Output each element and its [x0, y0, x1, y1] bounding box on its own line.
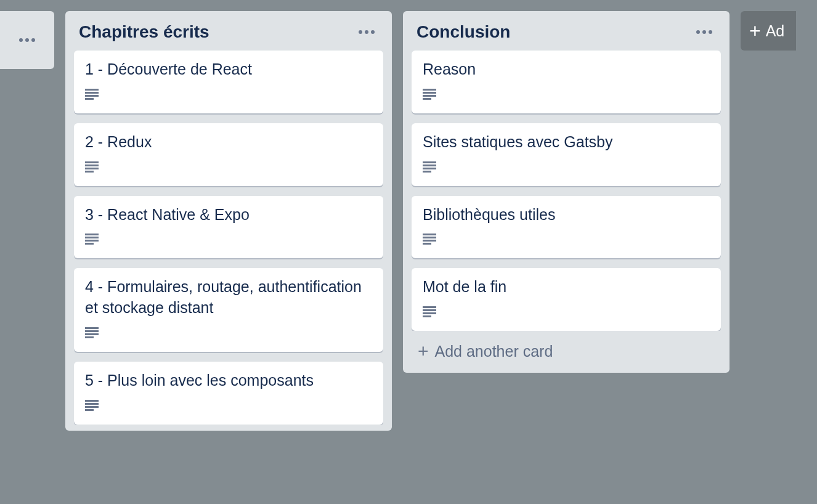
svg-rect-35	[423, 315, 431, 317]
list-header: Conclusion	[412, 20, 721, 51]
svg-rect-8	[85, 234, 99, 235]
svg-rect-28	[423, 234, 436, 235]
list-menu-icon[interactable]	[355, 26, 378, 38]
svg-rect-27	[423, 171, 431, 173]
svg-rect-20	[423, 89, 436, 91]
card-title: Bibliothèques utiles	[423, 205, 710, 226]
svg-rect-21	[423, 92, 436, 94]
svg-rect-0	[85, 89, 99, 91]
svg-rect-23	[423, 98, 431, 100]
description-icon	[423, 161, 436, 173]
board: Chapitres écrits 1 - Découverte de React…	[0, 0, 817, 504]
svg-rect-24	[423, 161, 436, 163]
card-container: Reason Sites statiques avec Gatsby Bibli…	[412, 51, 721, 331]
svg-rect-17	[85, 403, 99, 405]
svg-rect-12	[85, 327, 99, 329]
svg-rect-25	[423, 165, 436, 166]
card[interactable]: Sites statiques avec Gatsby	[412, 123, 721, 186]
svg-rect-5	[85, 165, 99, 166]
description-icon	[85, 327, 99, 338]
svg-rect-19	[85, 409, 94, 411]
card-title: 5 - Plus loin avec les composants	[85, 370, 372, 391]
card-title: Sites statiques avec Gatsby	[423, 132, 710, 153]
card[interactable]: 3 - React Native & Expo	[74, 196, 383, 259]
description-icon	[423, 234, 436, 245]
list-partial-left	[0, 11, 54, 69]
svg-rect-31	[423, 243, 431, 245]
svg-rect-13	[85, 330, 99, 332]
svg-rect-15	[85, 336, 94, 338]
card[interactable]: 5 - Plus loin avec les composants	[74, 362, 383, 425]
svg-rect-16	[85, 400, 99, 402]
description-icon	[85, 161, 99, 173]
card-title: 1 - Découverte de React	[85, 59, 372, 80]
list-conclusion: Conclusion Reason Sites statiques avec G…	[403, 11, 730, 373]
svg-rect-9	[85, 237, 99, 238]
description-icon	[423, 306, 436, 317]
svg-rect-29	[423, 237, 436, 238]
add-card-button[interactable]: + Add another card	[412, 331, 721, 367]
svg-rect-11	[85, 243, 94, 245]
description-icon	[85, 89, 99, 100]
description-icon	[85, 234, 99, 245]
svg-rect-26	[423, 168, 436, 169]
card-title: 2 - Redux	[85, 132, 372, 153]
svg-rect-34	[423, 312, 436, 314]
description-icon	[423, 89, 436, 100]
add-card-label: Add another card	[435, 343, 553, 360]
card-title: 4 - Formulaires, routage, authentificati…	[85, 277, 372, 319]
svg-rect-30	[423, 240, 436, 242]
card[interactable]: 1 - Découverte de React	[74, 51, 383, 113]
card[interactable]: Mot de la fin	[412, 268, 721, 331]
card[interactable]: 4 - Formulaires, routage, authentificati…	[74, 268, 383, 352]
card-title: 3 - React Native & Expo	[85, 205, 372, 226]
card[interactable]: Reason	[412, 51, 721, 113]
list-chapitres-ecrits: Chapitres écrits 1 - Découverte de React…	[65, 11, 392, 431]
description-icon	[85, 400, 99, 411]
add-list-button[interactable]: + Ad	[741, 11, 796, 51]
svg-rect-10	[85, 240, 99, 242]
svg-rect-7	[85, 171, 94, 173]
card-title: Mot de la fin	[423, 277, 710, 298]
list-title[interactable]: Conclusion	[417, 22, 510, 42]
svg-rect-14	[85, 333, 99, 335]
list-menu-icon[interactable]	[693, 26, 716, 38]
card-container: 1 - Découverte de React 2 - Redux 3 - Re…	[74, 51, 383, 425]
add-list-label: Ad	[766, 22, 785, 40]
svg-rect-33	[423, 309, 436, 311]
plus-icon: +	[749, 21, 761, 41]
card-title: Reason	[423, 59, 710, 80]
svg-rect-32	[423, 306, 436, 308]
plus-icon: +	[418, 342, 429, 360]
svg-rect-3	[85, 98, 94, 100]
list-title[interactable]: Chapitres écrits	[79, 22, 209, 42]
card[interactable]: Bibliothèques utiles	[412, 196, 721, 259]
svg-rect-2	[85, 95, 99, 97]
svg-rect-6	[85, 168, 99, 169]
card[interactable]: 2 - Redux	[74, 123, 383, 186]
svg-rect-1	[85, 92, 99, 94]
list-menu-icon[interactable]	[9, 20, 46, 60]
list-header: Chapitres écrits	[74, 20, 383, 51]
svg-rect-4	[85, 161, 99, 163]
svg-rect-18	[85, 406, 99, 408]
svg-rect-22	[423, 95, 436, 97]
